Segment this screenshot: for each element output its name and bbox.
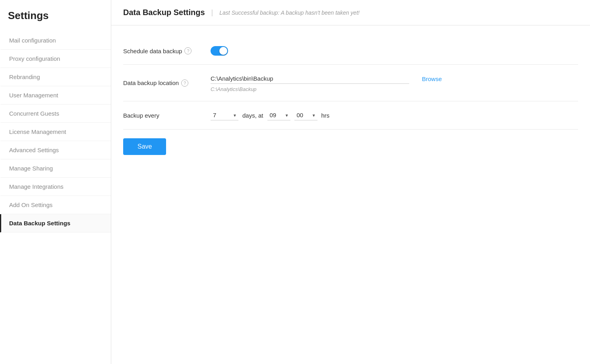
sidebar-item-manage-integrations[interactable]: Manage Integrations xyxy=(0,178,111,196)
schedule-toggle-container xyxy=(211,46,228,56)
sidebar-item-data-backup-settings[interactable]: Data Backup Settings xyxy=(0,214,111,232)
sidebar-item-proxy-configuration[interactable]: Proxy configuration xyxy=(0,50,111,68)
save-button-row: Save xyxy=(123,130,578,164)
backup-every-row: Backup every 7 1 2 3 4 5 6 14 30 xyxy=(123,101,578,130)
minute-select-wrapper: 00 15 30 45 ▼ xyxy=(294,110,317,120)
hour-select-wrapper: 09 00010203 04050607 08101112 13141516 1… xyxy=(267,110,290,120)
days-select-wrapper: 7 1 2 3 4 5 6 14 30 ▼ xyxy=(211,110,238,120)
sidebar-item-rebranding[interactable]: Rebranding xyxy=(0,68,111,86)
hrs-label: hrs xyxy=(321,112,330,119)
sidebar: Settings Mail configuration Proxy config… xyxy=(0,0,111,364)
backup-freq-content: 7 1 2 3 4 5 6 14 30 ▼ days, at xyxy=(211,110,329,120)
sidebar-item-concurrent-guests[interactable]: Concurrent Guests xyxy=(0,105,111,123)
hour-select[interactable]: 09 00010203 04050607 08101112 13141516 1… xyxy=(267,110,290,120)
header-status: Last Successful backup: A backup hasn't … xyxy=(219,10,360,16)
minute-select[interactable]: 00 15 30 45 xyxy=(294,110,317,120)
header-divider: | xyxy=(211,8,213,17)
backup-location-content: Browse C:\Analytics\Backup xyxy=(211,74,578,92)
sidebar-title: Settings xyxy=(0,10,111,31)
sidebar-item-mail-configuration[interactable]: Mail configuration xyxy=(0,31,111,50)
days-select[interactable]: 7 1 2 3 4 5 6 14 30 xyxy=(211,110,238,120)
page-title: Data Backup Settings xyxy=(123,8,205,17)
main-header: Data Backup Settings | Last Successful b… xyxy=(111,0,590,25)
browse-link[interactable]: Browse xyxy=(422,76,442,82)
schedule-backup-label: Schedule data backup ? xyxy=(123,47,211,54)
backup-location-input[interactable] xyxy=(211,74,409,84)
days-at-label: days, at xyxy=(242,112,263,119)
schedule-toggle[interactable] xyxy=(211,46,228,56)
save-button[interactable]: Save xyxy=(123,138,166,155)
sidebar-item-advanced-settings[interactable]: Advanced Settings xyxy=(0,141,111,159)
sidebar-item-manage-sharing[interactable]: Manage Sharing xyxy=(0,159,111,178)
backup-location-hint: C:\Analytics\Backup xyxy=(211,86,578,92)
backup-location-label: Data backup location ? xyxy=(123,79,211,87)
main-panel: Data Backup Settings | Last Successful b… xyxy=(111,0,590,364)
sidebar-item-add-on-settings[interactable]: Add On Settings xyxy=(0,196,111,214)
backup-location-row: Data backup location ? Browse C:\Analyti… xyxy=(123,65,578,101)
main-content: Schedule data backup ? Data backup locat… xyxy=(111,25,590,364)
schedule-help-icon[interactable]: ? xyxy=(184,47,192,54)
backup-location-help-icon[interactable]: ? xyxy=(181,79,188,87)
sidebar-item-license-management[interactable]: License Management xyxy=(0,123,111,141)
backup-location-input-row: Browse xyxy=(211,74,578,84)
backup-every-label: Backup every xyxy=(123,112,211,119)
schedule-backup-row: Schedule data backup ? xyxy=(123,37,578,65)
sidebar-item-user-management[interactable]: User Management xyxy=(0,86,111,105)
